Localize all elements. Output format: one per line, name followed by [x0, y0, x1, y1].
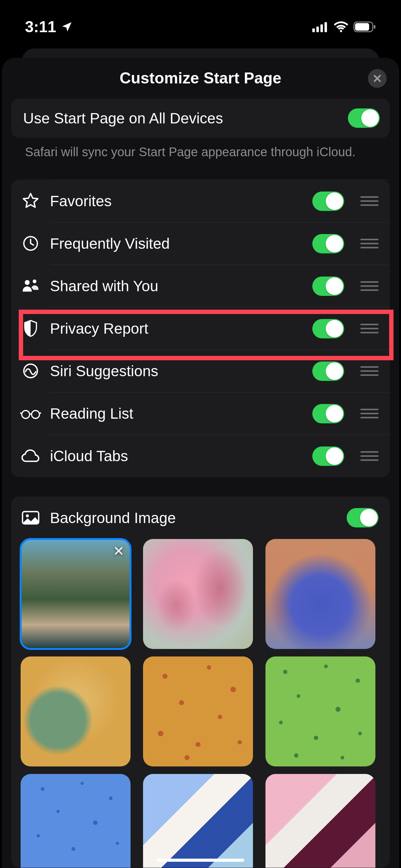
battery-icon: [354, 22, 376, 32]
sheet-title: Customize Start Page: [120, 69, 281, 87]
svg-point-11: [22, 410, 30, 418]
reorder-handle[interactable]: [360, 196, 378, 206]
sheet-content: Use Start Page on All Devices Safari wil…: [2, 98, 399, 868]
close-button[interactable]: [368, 69, 387, 88]
reading-list-toggle[interactable]: [312, 404, 344, 423]
svg-rect-6: [374, 25, 375, 29]
section-label: Favorites: [50, 192, 304, 210]
sync-toggle[interactable]: [348, 108, 380, 128]
shield-icon: [11, 319, 50, 337]
reorder-handle[interactable]: [360, 281, 378, 291]
reorder-handle[interactable]: [360, 409, 378, 418]
section-label: iCloud Tabs: [50, 447, 304, 465]
icloud-tabs-toggle[interactable]: [312, 446, 344, 466]
background-image-label: Background Image: [50, 509, 347, 526]
remove-background-button[interactable]: [111, 544, 126, 558]
svg-point-12: [32, 410, 39, 418]
reorder-handle[interactable]: [360, 366, 378, 376]
home-indicator[interactable]: [157, 859, 244, 862]
background-thumbnail-1[interactable]: [21, 539, 131, 649]
reorder-handle[interactable]: [360, 239, 378, 248]
shared-with-you-toggle[interactable]: [312, 277, 344, 296]
glasses-icon: [11, 407, 50, 420]
background-image-card: Background Image: [11, 496, 390, 868]
svg-point-9: [33, 280, 37, 283]
status-time: 3:11: [25, 18, 56, 36]
sync-description: Safari will sync your Start Page appeara…: [11, 138, 390, 160]
background-thumbnail-7[interactable]: [21, 774, 131, 868]
sync-label: Use Start Page on All Devices: [23, 110, 223, 127]
background-thumbnail-3[interactable]: [265, 539, 375, 649]
section-label: Siri Suggestions: [50, 363, 304, 380]
section-label: Frequently Visited: [50, 235, 304, 252]
svg-rect-1: [316, 27, 319, 32]
background-thumbnail-2[interactable]: [143, 539, 253, 649]
background-thumbnail-6[interactable]: [265, 656, 375, 767]
background-image-grid: [11, 539, 390, 868]
customize-start-page-sheet: Customize Start Page Use Start Page on A…: [2, 58, 399, 868]
section-label: Reading List: [50, 405, 304, 422]
section-row-favorites: Favorites: [11, 180, 390, 222]
status-left: 3:11: [25, 18, 73, 36]
sheet-header: Customize Start Page: [2, 58, 399, 98]
wifi-icon: [334, 21, 348, 32]
svg-rect-0: [312, 28, 315, 32]
background-thumbnail-4[interactable]: [21, 656, 131, 767]
sections-list: Favorites Frequently Visited: [11, 180, 390, 477]
section-label: Privacy Report: [50, 320, 304, 337]
reorder-handle[interactable]: [360, 324, 378, 333]
svg-rect-3: [325, 22, 327, 32]
background-thumbnail-8[interactable]: [143, 774, 253, 868]
section-label: Shared with You: [50, 277, 304, 294]
section-row-reading-list: Reading List: [11, 392, 390, 435]
reorder-handle[interactable]: [360, 451, 378, 461]
background-thumbnail-5[interactable]: [143, 656, 253, 767]
frequently-visited-toggle[interactable]: [312, 234, 344, 253]
siri-suggestions-toggle[interactable]: [312, 362, 344, 381]
background-image-header: Background Image: [11, 496, 390, 539]
sync-toggle-row: Use Start Page on All Devices: [11, 98, 390, 138]
section-row-siri-suggestions: Siri Suggestions: [11, 350, 390, 392]
section-row-icloud-tabs: iCloud Tabs: [11, 435, 390, 477]
status-bar: 3:11: [0, 0, 401, 44]
svg-point-14: [26, 514, 29, 518]
background-image-toggle[interactable]: [347, 508, 378, 527]
cellular-icon: [312, 22, 329, 32]
svg-point-8: [25, 280, 30, 285]
clock-icon: [11, 235, 50, 252]
favorites-toggle[interactable]: [312, 191, 344, 211]
star-icon: [11, 191, 50, 210]
section-row-privacy-report: Privacy Report: [11, 307, 390, 350]
close-icon: [373, 74, 382, 83]
siri-icon: [11, 362, 50, 380]
section-row-frequently-visited: Frequently Visited: [11, 222, 390, 265]
image-icon: [11, 510, 50, 525]
location-icon: [61, 21, 73, 33]
svg-rect-2: [321, 24, 323, 32]
svg-rect-5: [355, 23, 369, 31]
cloud-icon: [11, 448, 50, 463]
people-icon: [11, 278, 50, 293]
background-thumbnail-9[interactable]: [265, 774, 375, 868]
section-row-shared-with-you: Shared with You: [11, 265, 390, 307]
privacy-report-toggle[interactable]: [312, 319, 344, 338]
status-right: [312, 21, 376, 32]
